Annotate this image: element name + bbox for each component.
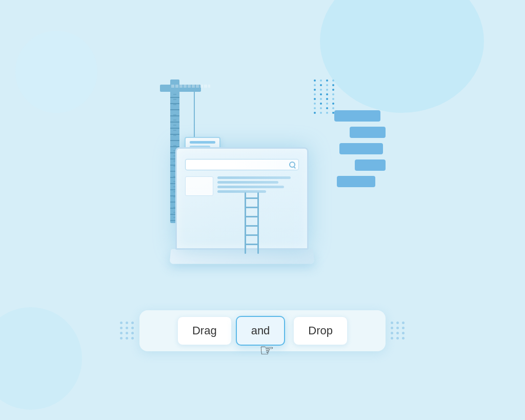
screen-image-block (185, 176, 213, 196)
left-dot-pattern (115, 322, 139, 339)
ladder-rung-4 (245, 225, 259, 227)
ladder-rung-2 (245, 207, 259, 208)
ladder-icon (245, 192, 259, 254)
floating-data-blocks (324, 110, 386, 192)
cursor-hand-icon: ☞ (259, 341, 274, 360)
crane-cable (194, 92, 195, 138)
ladder-rung-1 (245, 197, 259, 199)
right-dot-pattern (386, 322, 410, 339)
ladder-rung-3 (245, 216, 259, 217)
drag-button[interactable]: Drag (177, 316, 232, 345)
data-block-4 (355, 159, 386, 171)
ladder-rung-6 (245, 244, 259, 245)
word-buttons-container: Drag and ☞ Drop (139, 310, 386, 351)
laptop-base (170, 249, 315, 264)
ladder-rung-5 (245, 234, 259, 236)
main-container: Drag and ☞ Drop (0, 0, 525, 420)
screen-overlay (229, 149, 307, 248)
data-block-5 (337, 176, 375, 187)
data-block-2 (350, 127, 386, 138)
drop-button[interactable]: Drop (293, 316, 348, 345)
data-block-3 (339, 143, 383, 154)
laptop-screen (175, 147, 309, 250)
digital-rain (314, 79, 334, 114)
data-block-1 (334, 110, 380, 122)
crane-arm (160, 85, 201, 92)
illustration (119, 69, 406, 295)
crane-hanging-bar-1 (190, 141, 215, 144)
crane-arm-detail (171, 85, 210, 88)
